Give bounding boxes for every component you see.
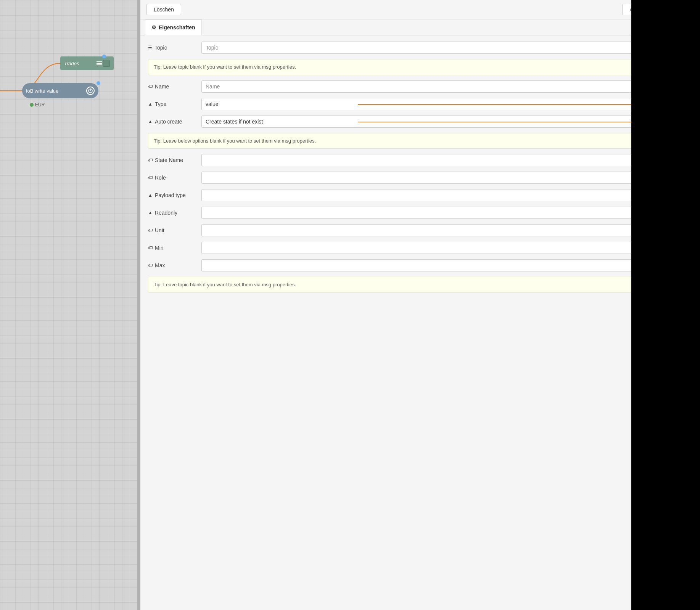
payload-type-row: ▲ Payload type bbox=[148, 189, 692, 201]
max-label: 🏷 Max bbox=[148, 262, 198, 268]
unit-row: 🏷 Unit bbox=[148, 224, 692, 236]
eur-label: EUR bbox=[35, 102, 45, 108]
payload-type-icon: ▲ bbox=[148, 193, 153, 198]
tip-box-3: Tip: Leave topic blank if you want to se… bbox=[148, 277, 692, 293]
max-row: 🏷 Max bbox=[148, 259, 692, 271]
role-input[interactable] bbox=[201, 172, 692, 184]
auto-create-row: ▲ Auto create Create states if not exist bbox=[148, 116, 692, 128]
tip-box-2: Tip: Leave below options blank if you wa… bbox=[148, 133, 692, 149]
type-label-icon: ▲ bbox=[148, 101, 153, 107]
topic-row: ☰ Topic ... bbox=[148, 42, 692, 54]
tab-bar: ⚙ Eigenschaften ⚙ 📋 ⊞ bbox=[140, 19, 700, 35]
topic-label: ☰ Topic bbox=[148, 45, 198, 51]
name-label-icon: 🏷 bbox=[148, 84, 153, 89]
black-overlay bbox=[631, 0, 700, 610]
node-eur: EUR bbox=[30, 102, 45, 108]
role-icon: 🏷 bbox=[148, 175, 153, 180]
max-input[interactable] bbox=[201, 259, 692, 271]
readonly-select[interactable] bbox=[201, 207, 692, 219]
tab-eigenschaften[interactable]: ⚙ Eigenschaften bbox=[145, 19, 202, 35]
node-iob-label: IoB write value bbox=[26, 88, 58, 94]
node-trades-icons bbox=[97, 60, 110, 67]
payload-type-select[interactable] bbox=[201, 189, 692, 201]
min-input[interactable] bbox=[201, 242, 692, 254]
readonly-row: ▲ Readonly bbox=[148, 207, 692, 219]
topic-input-wrap: ... bbox=[201, 42, 692, 54]
gear-tab-icon: ⚙ bbox=[151, 24, 156, 30]
topic-label-icon: ☰ bbox=[148, 45, 152, 50]
eur-dot bbox=[30, 103, 34, 107]
hamburger-icon[interactable] bbox=[97, 61, 102, 65]
form-area: ☰ Topic ... Tip: Leave topic blank if yo… bbox=[140, 35, 700, 610]
type-row: ▲ Type value bbox=[148, 98, 692, 110]
name-input[interactable] bbox=[201, 80, 692, 93]
tab-eigenschaften-label: Eigenschaften bbox=[159, 24, 195, 30]
type-label: ▲ Type bbox=[148, 101, 198, 107]
readonly-label: ▲ Readonly bbox=[148, 210, 198, 216]
role-row: 🏷 Role bbox=[148, 172, 692, 184]
state-name-input[interactable] bbox=[201, 154, 692, 166]
min-label: 🏷 Min bbox=[148, 245, 198, 251]
unit-label: 🏷 Unit bbox=[148, 227, 198, 233]
toolbar: Löschen Abbrechen Fertig bbox=[140, 0, 700, 19]
state-name-label: 🏷 State Name bbox=[148, 157, 198, 163]
max-icon: 🏷 bbox=[148, 263, 153, 268]
panel-divider bbox=[137, 0, 140, 610]
auto-create-icon: ▲ bbox=[148, 119, 153, 124]
name-label: 🏷 Name bbox=[148, 83, 198, 90]
name-row: 🏷 Name bbox=[148, 80, 692, 93]
iob-power-icon bbox=[86, 87, 95, 95]
node-trades-dot bbox=[102, 55, 106, 58]
payload-type-label: ▲ Payload type bbox=[148, 192, 198, 198]
right-panel: Löschen Abbrechen Fertig ⚙ Eigenschaften… bbox=[140, 0, 700, 610]
node-iob[interactable]: IoB write value bbox=[22, 83, 98, 98]
role-label: 🏷 Role bbox=[148, 175, 198, 181]
node-trades[interactable]: Trades bbox=[60, 56, 114, 70]
min-row: 🏷 Min bbox=[148, 242, 692, 254]
unit-icon: 🏷 bbox=[148, 228, 153, 233]
tip-box-1: Tip: Leave topic blank if you want to se… bbox=[148, 59, 692, 75]
unit-input[interactable] bbox=[201, 224, 692, 236]
topic-input[interactable] bbox=[201, 42, 678, 54]
canvas-area: Trades IoB write value EUR bbox=[0, 0, 137, 610]
loeschen-button[interactable]: Löschen bbox=[146, 4, 181, 15]
square-btn[interactable] bbox=[103, 60, 110, 67]
node-iob-dot bbox=[97, 81, 100, 85]
state-name-icon: 🏷 bbox=[148, 157, 153, 163]
node-trades-label: Trades bbox=[64, 61, 79, 66]
auto-create-label: ▲ Auto create bbox=[148, 119, 198, 125]
state-name-row: 🏷 State Name bbox=[148, 154, 692, 166]
min-icon: 🏷 bbox=[148, 245, 153, 250]
readonly-icon: ▲ bbox=[148, 210, 153, 215]
